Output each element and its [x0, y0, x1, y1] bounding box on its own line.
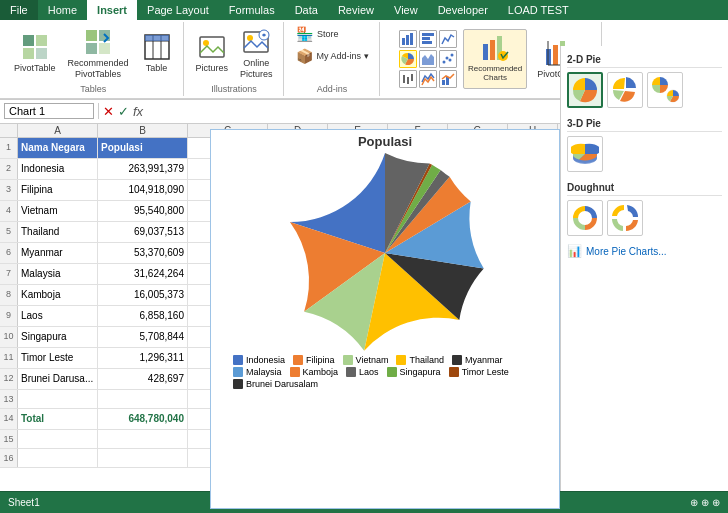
table-icon [141, 31, 173, 63]
tab-file[interactable]: File [0, 0, 38, 20]
cell-a10[interactable]: Singapura [18, 327, 98, 347]
pictures-label: Pictures [196, 63, 229, 74]
my-addins-button[interactable]: 📦 My Add-ins ▾ [292, 46, 373, 66]
cell-b12[interactable]: 428,697 [98, 369, 188, 389]
confirm-formula-icon[interactable]: ✓ [118, 104, 129, 119]
pivot-table-button[interactable]: PivotTable [10, 29, 60, 76]
cell-b6[interactable]: 53,370,609 [98, 243, 188, 263]
cell-a12[interactable]: Brunei Darusa... [18, 369, 98, 389]
cell-a11[interactable]: Timor Leste [18, 348, 98, 368]
svg-rect-21 [406, 35, 409, 45]
svg-point-26 [442, 60, 445, 63]
cell-b4[interactable]: 95,540,800 [98, 201, 188, 221]
cell-a2[interactable]: Indonesia [18, 159, 98, 179]
cell-b9[interactable]: 6,858,160 [98, 306, 188, 326]
tab-developer[interactable]: Developer [428, 0, 498, 20]
cell-a14[interactable]: Total [18, 409, 98, 429]
status-ready: ⊕ ⊕ ⊕ [690, 497, 720, 508]
legend-label: Vietnam [356, 355, 389, 365]
table-button[interactable]: Table [137, 29, 177, 76]
online-pictures-button[interactable]: OnlinePictures [236, 24, 277, 82]
combo-chart-button[interactable] [439, 70, 457, 88]
col-header-a[interactable]: A [18, 124, 98, 137]
cell-b8[interactable]: 16,005,373 [98, 285, 188, 305]
pie-2d-of-pie-button[interactable] [647, 72, 683, 108]
tab-formulas[interactable]: Formulas [219, 0, 285, 20]
3d-pie-section: 3-D Pie [567, 116, 722, 172]
column-chart-button[interactable] [399, 30, 417, 48]
row-num-header [0, 124, 18, 137]
tab-view[interactable]: View [384, 0, 428, 20]
cell-b1[interactable]: Populasi [98, 138, 188, 158]
tab-page-layout[interactable]: Page Layout [137, 0, 219, 20]
cell-b11[interactable]: 1,296,311 [98, 348, 188, 368]
store-label: Store [317, 29, 339, 40]
group-tables: PivotTable RecommendedPivotTables [4, 22, 184, 96]
cell-a6[interactable]: Myanmar [18, 243, 98, 263]
3d-pie-options [567, 136, 722, 172]
scatter-chart-button[interactable] [439, 50, 457, 68]
tab-data[interactable]: Data [285, 0, 328, 20]
cell-b5[interactable]: 69,037,513 [98, 222, 188, 242]
store-icon: 🏪 [296, 26, 313, 42]
area-chart-button[interactable] [419, 50, 437, 68]
svg-rect-36 [490, 40, 495, 60]
tab-home[interactable]: Home [38, 0, 87, 20]
pie-2d-button[interactable] [567, 72, 603, 108]
legend-label: Filipina [306, 355, 335, 365]
doughnut-button[interactable] [567, 200, 603, 236]
insert-function-icon[interactable]: fx [133, 104, 143, 119]
cell-a9[interactable]: Laos [18, 306, 98, 326]
svg-rect-7 [99, 43, 110, 54]
cell-a7[interactable]: Malaysia [18, 264, 98, 284]
3d-pie-title: 3-D Pie [567, 116, 722, 132]
recommended-pivottables-button[interactable]: RecommendedPivotTables [64, 24, 133, 82]
cancel-formula-icon[interactable]: ✕ [103, 104, 114, 119]
cell-a4[interactable]: Vietnam [18, 201, 98, 221]
cell-b14[interactable]: 648,780,040 [98, 409, 188, 429]
col-header-b[interactable]: B [98, 124, 188, 137]
name-box[interactable]: Chart 1 [4, 103, 94, 119]
surface-chart-button[interactable] [419, 70, 437, 88]
more-pie-charts-link[interactable]: 📊 More Pie Charts... [567, 244, 722, 258]
tab-insert[interactable]: Insert [87, 0, 137, 20]
legend-color [233, 367, 243, 377]
cell-b10[interactable]: 5,708,844 [98, 327, 188, 347]
cell-a5[interactable]: Thailand [18, 222, 98, 242]
tab-review[interactable]: Review [328, 0, 384, 20]
cell-b7[interactable]: 31,624,264 [98, 264, 188, 284]
svg-point-28 [448, 58, 451, 61]
line-chart-button[interactable] [439, 30, 457, 48]
tables-group-label: Tables [80, 82, 106, 94]
sheet-tab[interactable]: Sheet1 [8, 497, 40, 508]
cell-a1[interactable]: Nama Negara [18, 138, 98, 158]
svg-rect-20 [402, 38, 405, 45]
bar-chart-button[interactable] [419, 30, 437, 48]
legend-color [387, 367, 397, 377]
svg-rect-12 [145, 35, 153, 41]
pie-2d-exploded-button[interactable] [607, 72, 643, 108]
svg-point-18 [247, 35, 253, 41]
pictures-button[interactable]: Pictures [192, 29, 233, 76]
cell-b3[interactable]: 104,918,090 [98, 180, 188, 200]
legend-label: Malaysia [246, 367, 282, 377]
cell-a3[interactable]: Filipina [18, 180, 98, 200]
recommended-charts-button[interactable]: RecommendedCharts [463, 29, 527, 89]
stock-chart-button[interactable] [399, 70, 417, 88]
store-button[interactable]: 🏪 Store [292, 24, 372, 44]
doughnut-title: Doughnut [567, 180, 722, 196]
main-area: A B C D E F G H 1 Nama Negara Populasi [0, 124, 728, 513]
pie-3d-button[interactable] [567, 136, 603, 172]
pivot-table-icon [19, 31, 51, 63]
doughnut-exploded-button[interactable] [607, 200, 643, 236]
cell-a8[interactable]: Kamboja [18, 285, 98, 305]
pie-chart-button[interactable] [399, 50, 417, 68]
legend-color [452, 355, 462, 365]
svg-rect-4 [86, 30, 97, 41]
chart-container[interactable]: Populasi [210, 129, 560, 509]
online-pictures-icon [240, 26, 272, 58]
legend-item: Vietnam [343, 355, 389, 365]
cell-b2[interactable]: 263,991,379 [98, 159, 188, 179]
tab-load-test[interactable]: LOAD TEST [498, 0, 579, 20]
pie-svg [285, 153, 485, 353]
